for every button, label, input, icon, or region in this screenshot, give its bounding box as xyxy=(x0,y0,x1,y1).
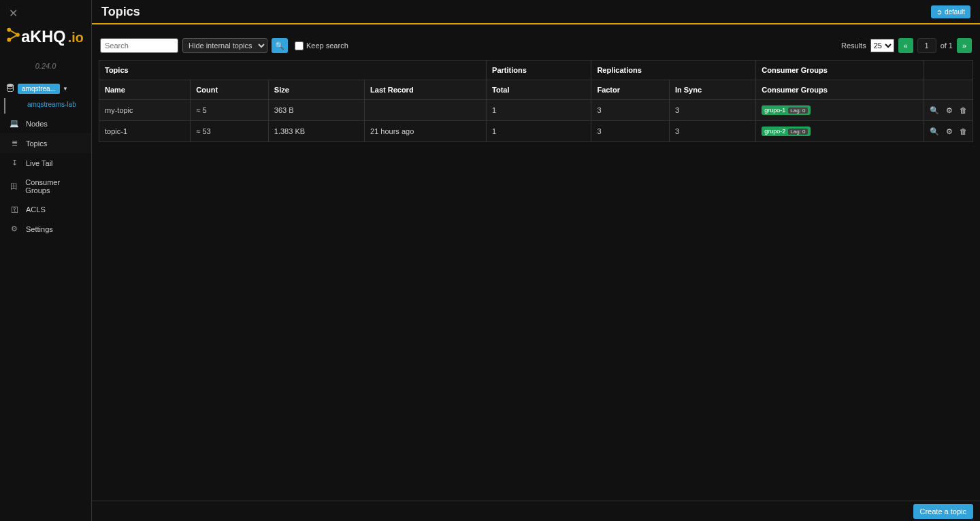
cell-total: 1 xyxy=(487,100,591,121)
cg-name: grupo-2 xyxy=(764,128,785,135)
pager-of-label: of 1 xyxy=(941,41,953,50)
search-input[interactable] xyxy=(100,38,178,53)
page-title: Topics xyxy=(101,5,140,19)
cell-factor: 3 xyxy=(591,121,670,142)
cell-size: 363 B xyxy=(268,100,364,121)
table-row[interactable]: my-topic ≈ 5 363 B 1 3 3 grupo-1 Lag: 0 xyxy=(99,100,973,121)
cell-count: ≈ 53 xyxy=(191,121,268,142)
consumer-group-chip[interactable]: grupo-2 Lag: 0 xyxy=(762,127,810,136)
col-last-record[interactable]: Last Record xyxy=(365,80,487,100)
keep-search-toggle[interactable]: Keep search xyxy=(295,41,348,50)
col-factor[interactable]: Factor xyxy=(591,80,670,100)
results-label: Results xyxy=(841,41,866,50)
cluster-sub-item[interactable]: amqstreams-lab xyxy=(4,98,91,114)
level-icon: ↧ xyxy=(8,158,20,167)
sidebar-item-settings[interactable]: ⚙ Settings xyxy=(0,219,91,239)
keep-search-checkbox[interactable] xyxy=(295,41,304,50)
sidebar-item-consumer-groups[interactable]: ⽥ Consumer Groups xyxy=(0,173,91,200)
login-icon: ➲ xyxy=(936,8,942,16)
cell-cg: grupo-1 Lag: 0 xyxy=(756,100,924,121)
create-topic-button[interactable]: Create a topic xyxy=(913,504,973,519)
toolbar: Hide internal topics 🔍 Keep search Resul… xyxy=(92,24,980,60)
sidebar-item-topics[interactable]: ≣ Topics xyxy=(0,133,91,153)
delete-icon[interactable]: 🗑 xyxy=(960,127,967,136)
sidebar-item-label: Topics xyxy=(26,139,47,148)
cell-factor: 3 xyxy=(591,100,670,121)
group-header-cg: Consumer Groups xyxy=(756,61,924,80)
group-header-topics: Topics xyxy=(99,61,487,80)
col-total[interactable]: Total xyxy=(487,80,591,100)
version-label: 0.24.0 xyxy=(0,62,91,70)
consumer-group-chip[interactable]: grupo-1 Lag: 0 xyxy=(762,105,810,115)
view-icon[interactable]: 🔍 xyxy=(930,106,939,115)
cell-actions: 🔍 ⚙ 🗑 xyxy=(924,100,973,121)
topics-table: Topics Partitions Replications Consumer … xyxy=(99,60,973,142)
table-row[interactable]: topic-1 ≈ 53 1.383 KB 21 hours ago 1 3 3… xyxy=(99,121,973,142)
sidebar-item-label: Settings xyxy=(26,225,53,233)
col-name[interactable]: Name xyxy=(99,80,191,100)
cell-cg: grupo-2 Lag: 0 xyxy=(756,121,924,142)
svg-text:.io: .io xyxy=(68,30,84,45)
akhq-logo-icon: aKHQ .io xyxy=(3,23,90,53)
sidebar: ✕ aKHQ .io 0.24.0 amqstrea... ▼ amqstrea… xyxy=(0,0,92,521)
sidebar-item-acls[interactable]: ⚿ ACLS xyxy=(0,200,91,219)
cell-count: ≈ 5 xyxy=(191,100,268,121)
cell-name: my-topic xyxy=(99,100,191,121)
settings-icon[interactable]: ⚙ xyxy=(946,106,953,115)
svg-point-6 xyxy=(7,86,14,89)
key-icon: ⚿ xyxy=(8,205,20,214)
sidebar-item-live-tail[interactable]: ↧ Live Tail xyxy=(0,153,91,173)
keep-search-label: Keep search xyxy=(306,41,348,50)
list-icon: ≣ xyxy=(8,139,20,148)
close-icon[interactable]: ✕ xyxy=(9,7,18,20)
chevron-down-icon: ▼ xyxy=(63,86,68,92)
table-container: Topics Partitions Replications Consumer … xyxy=(92,60,980,501)
cluster-badge: amqstrea... xyxy=(18,84,60,94)
footer: Create a topic xyxy=(92,501,980,521)
group-icon: ⽥ xyxy=(8,182,20,192)
col-actions xyxy=(924,80,973,100)
sidebar-item-label: Live Tail xyxy=(26,159,53,167)
svg-text:aKHQ: aKHQ xyxy=(21,28,65,46)
group-header-actions xyxy=(924,61,973,80)
login-label: default xyxy=(945,8,965,16)
cell-insync: 3 xyxy=(669,100,755,121)
pager-current: 1 xyxy=(917,38,936,53)
cluster-selector[interactable]: amqstrea... ▼ xyxy=(0,80,91,98)
search-button[interactable]: 🔍 xyxy=(272,38,288,53)
filter-select[interactable]: Hide internal topics xyxy=(182,38,267,53)
pager-prev-button[interactable]: « xyxy=(898,38,913,53)
cell-size: 1.383 KB xyxy=(268,121,364,142)
cell-insync: 3 xyxy=(669,121,755,142)
table-group-header-row: Topics Partitions Replications Consumer … xyxy=(99,61,973,80)
col-size[interactable]: Size xyxy=(268,80,364,100)
main: Topics ➲ default Hide internal topics 🔍 … xyxy=(92,0,980,521)
cell-actions: 🔍 ⚙ 🗑 xyxy=(924,121,973,142)
results-select[interactable]: 25 xyxy=(870,39,894,52)
login-button[interactable]: ➲ default xyxy=(931,5,970,18)
col-insync[interactable]: In Sync xyxy=(669,80,755,100)
sidebar-item-nodes[interactable]: 💻 Nodes xyxy=(0,114,91,133)
table-header-row: Name Count Size Last Record Total Factor… xyxy=(99,80,973,100)
view-icon[interactable]: 🔍 xyxy=(930,127,939,136)
laptop-icon: 💻 xyxy=(8,119,20,128)
logo: aKHQ .io xyxy=(0,19,91,59)
svg-point-5 xyxy=(7,84,14,86)
cg-lag: Lag: 0 xyxy=(788,107,807,114)
group-header-partitions: Partitions xyxy=(487,61,591,80)
pager-next-button[interactable]: » xyxy=(957,38,972,53)
header: Topics ➲ default xyxy=(92,0,980,24)
sidebar-item-label: Consumer Groups xyxy=(25,178,84,195)
sidebar-item-label: ACLS xyxy=(26,205,46,214)
cell-total: 1 xyxy=(487,121,591,142)
col-count[interactable]: Count xyxy=(191,80,268,100)
gear-icon: ⚙ xyxy=(8,224,20,233)
cell-name: topic-1 xyxy=(99,121,191,142)
search-icon: 🔍 xyxy=(275,41,284,50)
settings-icon[interactable]: ⚙ xyxy=(946,127,953,136)
sidebar-item-label: Nodes xyxy=(26,120,48,128)
database-icon xyxy=(7,84,14,94)
delete-icon[interactable]: 🗑 xyxy=(960,106,967,115)
cell-last-record xyxy=(365,100,487,121)
col-cg[interactable]: Consumer Groups xyxy=(756,80,924,100)
